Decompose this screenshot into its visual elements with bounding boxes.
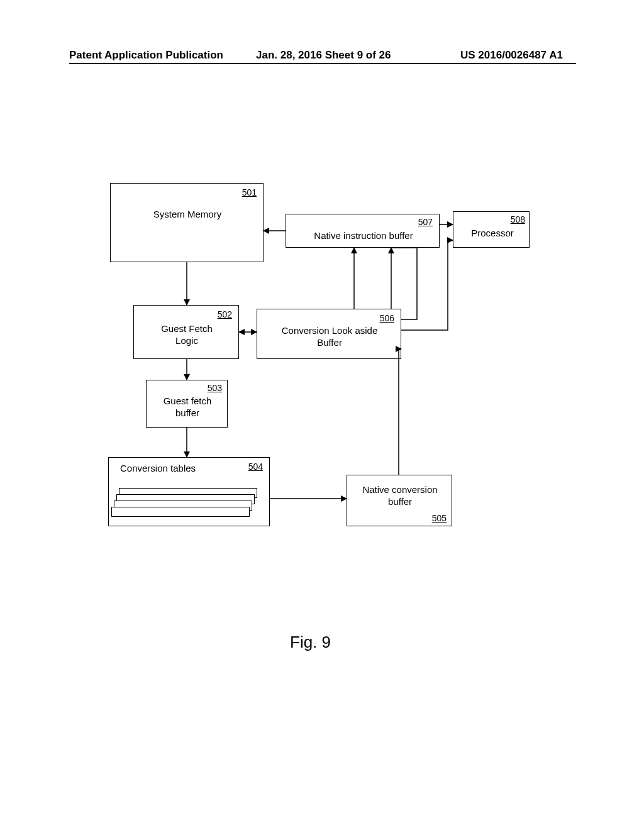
ref-504: 504 bbox=[248, 462, 263, 472]
ref-501: 501 bbox=[242, 187, 257, 197]
box-conversion-lookaside-buffer: 506 Conversion Look aside Buffer bbox=[257, 309, 401, 359]
label-processor: Processor bbox=[469, 228, 516, 240]
ref-505: 505 bbox=[432, 513, 447, 523]
header-rule bbox=[69, 63, 576, 64]
label-native-instruction-buffer: Native instruction buffer bbox=[313, 230, 414, 242]
header-right: US 2016/0026487 A1 bbox=[460, 49, 563, 62]
box-guest-fetch-logic: 502 Guest Fetch Logic bbox=[133, 305, 239, 359]
ref-502: 502 bbox=[218, 309, 232, 319]
label-conversion-tables: Conversion tables bbox=[120, 463, 208, 475]
label-conversion-lookaside-buffer: Conversion Look aside Buffer bbox=[275, 325, 384, 349]
header-left: Patent Application Publication bbox=[69, 49, 223, 62]
box-native-conversion-buffer: 505 Native conversion buffer bbox=[347, 475, 452, 526]
label-system-memory: System Memory bbox=[146, 209, 229, 221]
figure-caption: Fig. 9 bbox=[290, 633, 331, 652]
ref-506: 506 bbox=[380, 313, 394, 323]
box-guest-fetch-buffer: 503 Guest fetch buffer bbox=[146, 380, 228, 428]
label-guest-fetch-buffer: Guest fetch buffer bbox=[157, 396, 218, 419]
box-processor: 508 Processor bbox=[453, 211, 530, 248]
ref-507: 507 bbox=[418, 217, 433, 227]
conv-table-row bbox=[111, 507, 250, 517]
box-conversion-tables: 504 Conversion tables bbox=[108, 457, 270, 526]
ref-508: 508 bbox=[511, 214, 525, 224]
connectors-overlay bbox=[0, 0, 644, 830]
label-guest-fetch-logic: Guest Fetch Logic bbox=[149, 323, 225, 347]
label-native-conversion-buffer: Native conversion buffer bbox=[356, 484, 444, 508]
page: Patent Application Publication Jan. 28, … bbox=[0, 0, 644, 830]
header-mid: Jan. 28, 2016 Sheet 9 of 26 bbox=[256, 49, 391, 62]
ref-503: 503 bbox=[208, 383, 222, 393]
box-system-memory: 501 System Memory bbox=[110, 183, 264, 262]
box-native-instruction-buffer: 507 Native instruction buffer bbox=[286, 214, 440, 248]
